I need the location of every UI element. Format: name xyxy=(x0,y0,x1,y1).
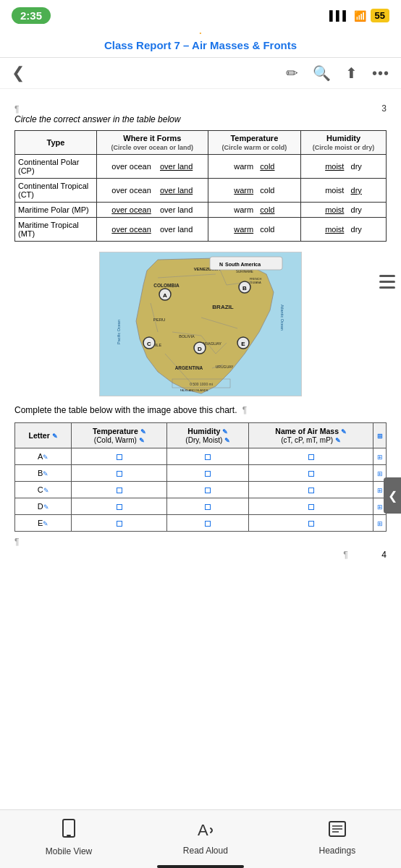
cell-temp-cp: warm cold xyxy=(208,155,300,179)
cell-hum-e[interactable] xyxy=(167,515,249,532)
section-instruction: Circle the correct answer in the table b… xyxy=(14,114,387,124)
back-button[interactable]: ❮ xyxy=(12,64,25,82)
cell-name-a[interactable] xyxy=(249,448,373,465)
cell-hum-cp: moist dry xyxy=(301,155,387,179)
paragraph-mark-top: ¶ xyxy=(14,104,19,114)
cell-letter-e: E✎ xyxy=(15,515,72,532)
mobile-view-icon xyxy=(61,819,77,843)
cell-extra-e: ⊞ xyxy=(373,515,387,532)
paragraph-mark-complete: ¶ xyxy=(242,405,247,415)
svg-text:C: C xyxy=(147,341,151,347)
nav-actions: ✏ 🔍 ⬆ ••• xyxy=(286,64,389,82)
document-title: Class Report 7 – Air Masses & Fronts xyxy=(104,39,297,51)
temp-edit-icon: ✎ xyxy=(140,428,146,435)
complete-row-a: A✎ ⊞ xyxy=(15,448,387,465)
complete-col-humidity: Humidity ✎ (Dry, Moist) ✎ xyxy=(167,423,249,448)
page-3: ¶ 3 Circle the correct answer in the tab… xyxy=(14,89,387,582)
cell-temp-mt: warm cold xyxy=(208,218,300,242)
complete-row-e: E✎ ⊞ xyxy=(15,515,387,532)
cell-extra-a: ⊞ xyxy=(373,448,387,465)
name-edit-icon: ✎ xyxy=(341,428,347,435)
cell-hum-d[interactable] xyxy=(167,498,249,515)
svg-text:South America: South America xyxy=(225,262,261,267)
headings-label: Headings xyxy=(318,846,355,856)
home-indicator xyxy=(157,865,244,868)
status-time: 2:35 xyxy=(12,7,51,24)
share-icon[interactable]: ⬆ xyxy=(345,64,358,82)
cell-temp-mp: warm cold xyxy=(208,203,300,218)
svg-text:E: E xyxy=(241,341,245,347)
cell-name-c[interactable] xyxy=(249,482,373,498)
south-america-map: VENEZUELA GUYANA SURINAME FRENCH GUIANA … xyxy=(99,252,302,396)
hum-edit-icon: ✎ xyxy=(222,428,228,435)
page-number-3: 3 xyxy=(381,103,387,114)
table-row: Continental Polar (CP) over ocean over l… xyxy=(15,155,387,179)
svg-text:Atlantic Ocean: Atlantic Ocean xyxy=(280,305,284,331)
more-options-icon[interactable]: ••• xyxy=(372,65,389,82)
svg-text:GUIANA: GUIANA xyxy=(250,281,261,284)
col-header-type: Type xyxy=(15,131,97,155)
page-number-4: ¶ 4 xyxy=(14,550,387,560)
cell-where-mt: over ocean over land xyxy=(96,218,208,242)
complete-section-instruction: Complete the table below with the image … xyxy=(14,405,387,415)
dot-indicator: • xyxy=(0,28,401,36)
cell-where-cp: over ocean over land xyxy=(96,155,208,179)
read-aloud-label: Read Aloud xyxy=(183,846,228,856)
complete-row-d: D✎ ⊞ xyxy=(15,498,387,515)
document-content: ¶ 3 Circle the correct answer in the tab… xyxy=(0,89,401,582)
cell-hum-b[interactable] xyxy=(167,465,249,482)
paragraph-mark-after-table: ¶ xyxy=(14,536,387,547)
svg-rect-44 xyxy=(67,835,71,836)
cell-hum-ct: moist dry xyxy=(301,179,387,203)
bottom-toolbar: Mobile View A Read Aloud Headings xyxy=(0,809,401,868)
cell-name-b[interactable] xyxy=(249,465,373,482)
nav-bar: ❮ ✏ 🔍 ⬆ ••• xyxy=(0,58,401,89)
col-header-hum: Humidity (Circle moist or dry) xyxy=(301,131,387,155)
cell-hum-mp: moist dry xyxy=(301,203,387,218)
complete-instruction-text: Complete the table below with the image … xyxy=(14,405,237,415)
svg-text:SURINAME: SURINAME xyxy=(236,270,253,273)
cell-temp-c[interactable] xyxy=(72,482,167,498)
headings-icon xyxy=(328,820,347,843)
svg-text:Pacific Ocean: Pacific Ocean xyxy=(117,320,121,344)
cell-type-cp: Continental Polar (CP) xyxy=(15,155,97,179)
table-row: Maritime Polar (MP) over ocean over land… xyxy=(15,203,387,218)
col-header-where: Where it Forms (Circle over ocean or lan… xyxy=(96,131,208,155)
map-svg: VENEZUELA GUYANA SURINAME FRENCH GUIANA … xyxy=(100,252,302,396)
headings-button[interactable]: Headings xyxy=(318,820,355,856)
col-header-temp: Temperature (Circle warm or cold) xyxy=(208,131,300,155)
cell-temp-a[interactable] xyxy=(72,448,167,465)
complete-row-b: B✎ ⊞ xyxy=(15,465,387,482)
cell-hum-a[interactable] xyxy=(167,448,249,465)
mobile-view-button[interactable]: Mobile View xyxy=(46,819,92,856)
svg-text:A: A xyxy=(163,292,167,299)
document-toolbar: Class Report 7 – Air Masses & Fronts xyxy=(0,36,401,58)
search-icon[interactable]: 🔍 xyxy=(313,64,331,82)
cell-type-mp: Maritime Polar (MP) xyxy=(15,203,97,218)
cell-temp-e[interactable] xyxy=(72,515,167,532)
table-row: Maritime Tropical (MT) over ocean over l… xyxy=(15,218,387,242)
wifi-icon: 📶 xyxy=(354,10,366,22)
cell-hum-c[interactable] xyxy=(167,482,249,498)
cell-name-e[interactable] xyxy=(249,515,373,532)
svg-text:URUGUAY: URUGUAY xyxy=(216,365,234,369)
signal-icon: ▌▌▌ xyxy=(329,10,350,21)
svg-text:BOLIVIA: BOLIVIA xyxy=(179,334,195,339)
svg-text:COLOMBIA: COLOMBIA xyxy=(153,283,180,288)
map-container: VENEZUELA GUYANA SURINAME FRENCH GUIANA … xyxy=(14,252,387,396)
cell-type-ct: Continental Tropical (CT) xyxy=(15,179,97,203)
read-aloud-icon: A xyxy=(196,820,215,843)
right-panel-toggle[interactable]: ❮ xyxy=(384,477,401,514)
cell-temp-d[interactable] xyxy=(72,498,167,515)
cell-name-d[interactable] xyxy=(249,498,373,515)
cell-hum-mt: moist dry xyxy=(301,218,387,242)
air-mass-table: Type Where it Forms (Circle over ocean o… xyxy=(14,130,387,242)
status-icons: ▌▌▌ 📶 55 xyxy=(329,9,389,22)
cell-letter-a: A✎ xyxy=(15,448,72,465)
svg-text:D: D xyxy=(198,346,202,352)
read-aloud-button[interactable]: A Read Aloud xyxy=(183,820,228,856)
cell-temp-b[interactable] xyxy=(72,465,167,482)
cell-letter-c: C✎ xyxy=(15,482,72,498)
svg-rect-43 xyxy=(63,820,75,837)
edit-icon[interactable]: ✏ xyxy=(286,64,298,82)
